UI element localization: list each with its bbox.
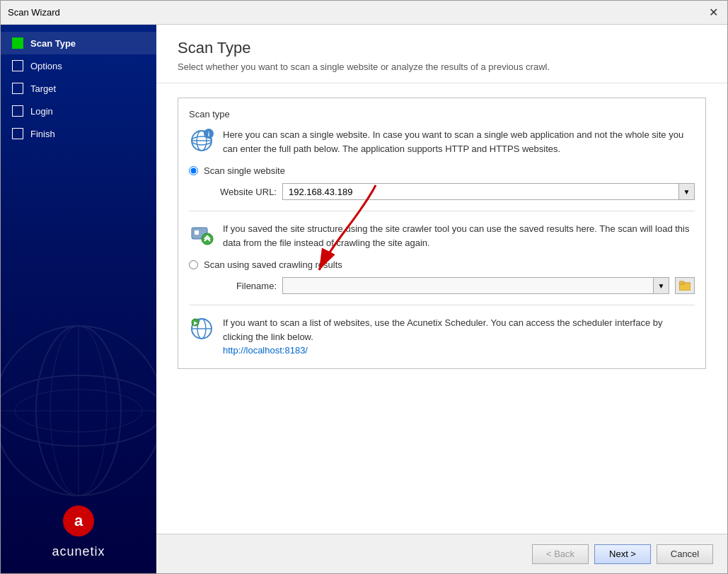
filename-browse-button[interactable] bbox=[675, 277, 695, 294]
filename-label: Filename: bbox=[206, 281, 277, 291]
sidebar-label-target: Target bbox=[30, 83, 56, 94]
crawler-icon bbox=[189, 222, 214, 247]
svg-rect-19 bbox=[679, 281, 684, 284]
crawl-icon bbox=[189, 222, 214, 247]
next-button[interactable]: Next > bbox=[594, 544, 651, 564]
acunetix-logo-icon: a bbox=[61, 503, 96, 539]
url-input[interactable] bbox=[282, 183, 679, 200]
sidebar-item-target[interactable]: Target bbox=[1, 77, 156, 100]
scheduler-icon: ▶ bbox=[189, 316, 214, 341]
divider-2 bbox=[189, 305, 695, 305]
window-title: Scan Wizard bbox=[8, 7, 60, 18]
sidebar-item-scan-type[interactable]: Scan Type bbox=[1, 32, 156, 54]
back-button[interactable]: < Back bbox=[532, 544, 589, 564]
step-indicator-options bbox=[12, 60, 23, 71]
close-button[interactable]: ✕ bbox=[706, 6, 720, 20]
website-info-text: Here you can scan a single website. In c… bbox=[223, 128, 695, 156]
radio-saved-crawl-row: Scan using saved crawling results bbox=[189, 259, 695, 270]
url-dropdown-button[interactable]: ▼ bbox=[679, 183, 695, 200]
sidebar: Scan Type Options Target Login bbox=[1, 25, 156, 573]
scheduler-globe-icon: ▶ bbox=[189, 316, 214, 341]
crawl-info-text: If you saved the site structure using th… bbox=[223, 222, 695, 250]
url-label: Website URL: bbox=[206, 187, 277, 197]
footer: < Back Next > Cancel bbox=[156, 534, 727, 573]
radio-saved-crawl-label[interactable]: Scan using saved crawling results bbox=[204, 259, 342, 270]
filename-input-wrapper: ▼ bbox=[282, 277, 669, 294]
url-row: Website URL: ▼ bbox=[206, 183, 695, 200]
brand-name: acunetix bbox=[52, 544, 105, 559]
globe-background-icon bbox=[1, 319, 156, 503]
url-input-wrapper: ▼ bbox=[282, 183, 695, 200]
scheduler-text: If you want to scan a list of websites, … bbox=[223, 316, 695, 358]
sidebar-item-finish[interactable]: Finish bbox=[1, 122, 156, 145]
page-subtitle: Select whether you want to scan a single… bbox=[178, 62, 706, 72]
sidebar-item-login[interactable]: Login bbox=[1, 100, 156, 122]
scan-wizard-window: Scan Wizard ✕ Scan Type bbox=[0, 0, 728, 574]
cancel-button[interactable]: Cancel bbox=[657, 544, 713, 564]
folder-icon bbox=[679, 281, 691, 291]
sidebar-label-login: Login bbox=[30, 106, 53, 117]
filename-input[interactable] bbox=[282, 277, 654, 294]
sidebar-label-scan-type: Scan Type bbox=[30, 38, 76, 49]
globe-website-icon: i bbox=[189, 128, 214, 153]
step-indicator-login bbox=[12, 105, 23, 117]
step-indicator-scan-type bbox=[12, 37, 23, 49]
scheduler-link[interactable]: http://localhost:8183/ bbox=[223, 345, 308, 356]
section-title: Scan type bbox=[189, 109, 695, 119]
sidebar-label-options: Options bbox=[30, 61, 62, 71]
website-icon: i bbox=[189, 128, 214, 153]
crawl-info-row: If you saved the site structure using th… bbox=[189, 222, 695, 250]
sidebar-item-options[interactable]: Options bbox=[1, 54, 156, 77]
scan-type-section: Scan type i bbox=[178, 98, 706, 369]
scheduler-info-text: If you want to scan a list of websites, … bbox=[223, 317, 662, 342]
svg-text:a: a bbox=[74, 512, 83, 529]
content-header: Scan Type Select whether you want to sca… bbox=[156, 25, 727, 83]
website-info-row: i Here you can scan a single website. In… bbox=[189, 128, 695, 156]
divider-1 bbox=[189, 211, 695, 211]
step-indicator-target bbox=[12, 83, 23, 94]
radio-saved-crawl[interactable] bbox=[189, 260, 198, 269]
title-bar: Scan Wizard ✕ bbox=[1, 1, 727, 25]
content-area: Scan Type Select whether you want to sca… bbox=[156, 25, 727, 573]
content-body: Scan type i bbox=[156, 83, 727, 534]
filename-row: Filename: ▼ bbox=[206, 277, 695, 294]
main-layout: Scan Type Options Target Login bbox=[1, 25, 727, 573]
radio-single-website-row: Scan single website bbox=[189, 165, 695, 176]
scheduler-section: ▶ If you want to scan a list of websites… bbox=[189, 316, 695, 358]
svg-text:i: i bbox=[208, 131, 210, 138]
sidebar-label-finish: Finish bbox=[30, 129, 55, 139]
svg-rect-16 bbox=[195, 230, 199, 235]
page-title: Scan Type bbox=[178, 39, 706, 57]
step-indicator-finish bbox=[12, 128, 23, 139]
radio-single-website[interactable] bbox=[189, 166, 198, 175]
radio-single-website-label[interactable]: Scan single website bbox=[204, 165, 285, 176]
filename-dropdown-button[interactable]: ▼ bbox=[654, 277, 669, 294]
